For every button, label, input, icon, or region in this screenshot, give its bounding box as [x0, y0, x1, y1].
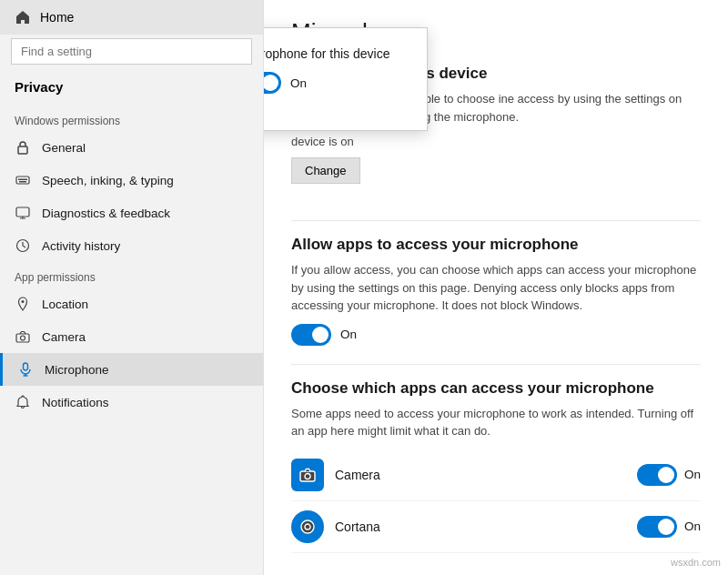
svg-point-19 — [305, 524, 310, 530]
camera-app-icon — [291, 459, 324, 491]
camera-app-name: Camera — [335, 468, 637, 482]
svg-point-10 — [22, 300, 25, 303]
svg-rect-8 — [16, 207, 29, 217]
camera-label: Camera — [42, 330, 86, 344]
device-toggle[interactable] — [264, 72, 281, 94]
diagnostics-label: Diagnostics & feedback — [42, 207, 170, 220]
sidebar: Home Privacy Windows permissions General — [0, 0, 264, 575]
watermark: wsxdn.com — [671, 557, 721, 568]
apps-toggle-row: On — [291, 324, 701, 346]
section2-desc: If you allow access, you can choose whic… — [291, 261, 701, 315]
sidebar-home-button[interactable]: Home — [0, 0, 263, 35]
svg-point-12 — [21, 336, 25, 340]
svg-rect-6 — [24, 179, 25, 181]
sidebar-item-general[interactable]: General — [0, 131, 263, 164]
svg-point-17 — [305, 473, 310, 479]
cortana-app-name: Cortana — [335, 520, 637, 534]
sidebar-item-location[interactable]: Location — [0, 288, 263, 320]
svg-rect-5 — [20, 179, 22, 181]
windows-permissions-header: Windows permissions — [0, 106, 263, 131]
section2-title: Allow apps to access your microphone — [291, 236, 701, 254]
cortana-toggle-label: On — [684, 520, 701, 533]
svg-rect-13 — [24, 363, 28, 370]
svg-rect-11 — [16, 334, 29, 342]
camera-app-toggle[interactable] — [637, 464, 677, 486]
section3-desc: Some apps need to access your microphone… — [291, 405, 701, 440]
camera-toggle-label: On — [684, 468, 701, 481]
camera-icon — [15, 328, 31, 345]
clock-icon — [15, 237, 31, 254]
sidebar-item-activity[interactable]: Activity history — [0, 229, 263, 262]
camera-toggle-row: On — [637, 464, 701, 486]
microphone-label: Microphone — [45, 363, 109, 377]
apps-toggle-label: On — [340, 328, 357, 341]
monitor-icon — [15, 205, 31, 221]
svg-rect-0 — [18, 146, 27, 154]
svg-rect-4 — [25, 179, 27, 181]
popup-box: Microphone for this device On — [264, 27, 428, 131]
change-button[interactable]: Change — [291, 157, 360, 184]
cortana-toggle-row: On — [637, 516, 701, 538]
search-input[interactable] — [11, 38, 252, 65]
app-row-camera: Camera On — [291, 449, 701, 501]
cortana-app-toggle[interactable] — [637, 516, 677, 538]
lock-icon — [15, 139, 31, 156]
section3-title: Choose which apps can access your microp… — [291, 379, 701, 398]
device-status: device is on — [291, 135, 701, 148]
popup-title: Microphone for this device — [264, 46, 405, 61]
general-label: General — [42, 141, 86, 155]
app-permissions-header: App permissions — [0, 262, 263, 288]
cortana-app-icon — [291, 510, 324, 543]
keyboard-icon — [15, 172, 31, 188]
popup-overlay: Microphone for this device On — [264, 27, 428, 131]
location-icon — [15, 296, 31, 312]
divider2 — [291, 364, 701, 365]
sidebar-item-diagnostics[interactable]: Diagnostics & feedback — [0, 197, 263, 229]
notifications-label: Notifications — [42, 396, 109, 409]
speech-label: Speech, inking, & typing — [42, 174, 174, 187]
svg-rect-3 — [22, 179, 24, 181]
svg-rect-7 — [19, 181, 26, 183]
app-row-cortana: Cortana On — [291, 501, 701, 553]
location-label: Location — [42, 298, 88, 311]
apps-access-toggle[interactable] — [291, 324, 331, 346]
main-content: Microphone for this device On Microphone… — [264, 0, 728, 575]
svg-rect-2 — [18, 179, 20, 181]
sidebar-item-camera[interactable]: Camera — [0, 320, 263, 353]
bell-icon — [15, 394, 31, 410]
microphone-icon — [17, 361, 34, 378]
search-container — [11, 38, 252, 65]
home-icon — [15, 9, 31, 25]
activity-label: Activity history — [42, 239, 120, 253]
popup-toggle-label: On — [290, 76, 307, 90]
privacy-title: Privacy — [0, 72, 263, 106]
popup-toggle-row: On — [264, 72, 405, 94]
sidebar-item-microphone[interactable]: Microphone — [0, 353, 263, 386]
sidebar-item-notifications[interactable]: Notifications — [0, 386, 263, 419]
home-label: Home — [40, 10, 74, 25]
divider1 — [291, 220, 701, 221]
sidebar-item-speech[interactable]: Speech, inking, & typing — [0, 164, 263, 197]
